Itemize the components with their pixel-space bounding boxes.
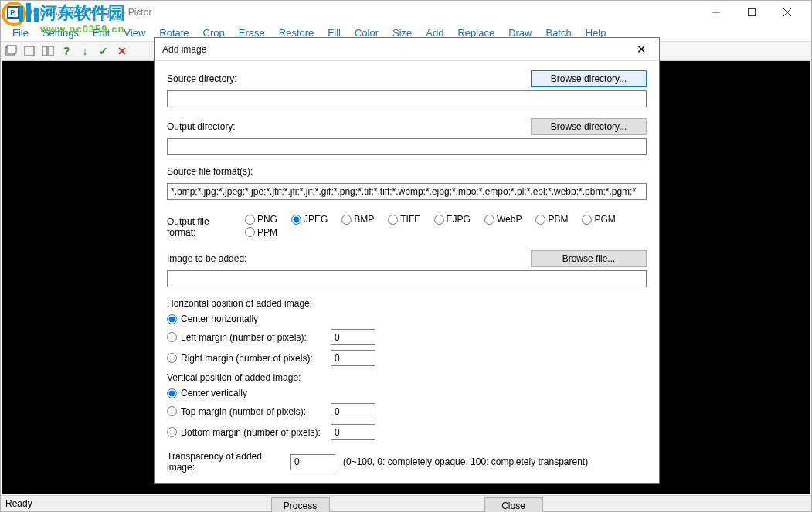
vpos-center-radio[interactable]: Center vertically: [167, 388, 331, 398]
hpos-right-radio[interactable]: Right margin (number of pixels):: [167, 353, 331, 364]
source-dir-label: Source directory:: [167, 73, 237, 84]
right-margin-input[interactable]: [331, 350, 375, 366]
top-margin-input[interactable]: [331, 403, 375, 419]
vpos-top-radio[interactable]: Top margin (number of pixels):: [167, 406, 331, 417]
transparency-label: Transparency of added image:: [167, 451, 290, 473]
left-margin-input[interactable]: [331, 329, 375, 345]
down-arrow-icon[interactable]: ↓: [78, 44, 92, 58]
hpos-left-radio[interactable]: Left margin (number of pixels):: [167, 332, 331, 343]
bottom-margin-input[interactable]: [331, 424, 375, 440]
svg-rect-5: [7, 46, 16, 53]
browse-file-button[interactable]: Browse file...: [531, 250, 647, 267]
outfmt-ejpg-radio[interactable]: EJPG: [434, 214, 471, 225]
outfmt-webp-radio[interactable]: WebP: [484, 214, 522, 225]
titlebar: P. D:\took\桌面\图片\1.jpg - Pictor: [1, 1, 811, 24]
outfmt-bmp-radio[interactable]: BMP: [341, 214, 374, 225]
window-controls: [698, 1, 805, 24]
vpos-label: Vertical position of added image:: [167, 372, 301, 383]
maximize-button[interactable]: [734, 1, 770, 24]
outfmt-label: Output file format:: [167, 216, 236, 238]
menu-settings[interactable]: Settings: [36, 25, 86, 40]
vpos-bottom-radio[interactable]: Bottom margin (number of pixels):: [167, 427, 331, 438]
svg-rect-6: [25, 46, 34, 56]
svg-rect-8: [49, 46, 53, 56]
toolbar-icon-3[interactable]: [41, 44, 55, 58]
svg-rect-1: [749, 9, 756, 16]
outfmt-pbm-radio[interactable]: PBM: [535, 214, 568, 225]
check-icon[interactable]: ✓: [97, 44, 110, 58]
minimize-button[interactable]: [698, 1, 734, 24]
process-button[interactable]: Process: [271, 497, 330, 512]
dialog-close-button[interactable]: ✕: [631, 39, 651, 59]
svg-rect-7: [42, 46, 47, 56]
menu-view[interactable]: View: [117, 25, 152, 40]
menu-edit[interactable]: Edit: [86, 25, 117, 40]
toolbar-icon-2[interactable]: [22, 44, 36, 58]
output-dir-input[interactable]: [167, 138, 647, 155]
browse-output-button[interactable]: Browse directory...: [531, 118, 647, 135]
menu-file[interactable]: File: [5, 25, 36, 40]
formats-label: Source file format(s):: [167, 166, 253, 177]
image-add-label: Image to be added:: [167, 253, 246, 264]
help-icon[interactable]: ?: [59, 44, 73, 58]
browse-source-button[interactable]: Browse directory...: [531, 70, 647, 87]
close-button[interactable]: [770, 1, 805, 24]
cancel-icon[interactable]: ✕: [115, 44, 129, 58]
app-icon: P.: [7, 6, 19, 19]
dialog-titlebar: Add image ✕: [155, 38, 659, 61]
toolbar-icon-1[interactable]: [4, 44, 18, 58]
source-dir-input[interactable]: [167, 90, 647, 107]
outfmt-pgm-radio[interactable]: PGM: [582, 214, 615, 225]
hpos-center-radio[interactable]: Center horizontally: [167, 314, 331, 324]
output-dir-label: Output directory:: [167, 121, 236, 132]
close-dialog-button[interactable]: Close: [484, 497, 543, 512]
transparency-hint: (0~100, 0: completely opaque, 100: compl…: [343, 456, 588, 467]
image-add-input[interactable]: [167, 270, 647, 287]
output-format-row: Output file format: PNGJPEGBMPTIFFEJPGWe…: [167, 214, 647, 239]
window-title: D:\took\桌面\图片\1.jpg - Pictor: [25, 6, 698, 19]
dialog-title: Add image: [162, 44, 631, 55]
add-image-dialog: Add image ✕ Source directory: Browse dir…: [154, 37, 660, 484]
outfmt-tiff-radio[interactable]: TIFF: [388, 214, 420, 225]
outfmt-jpeg-radio[interactable]: JPEG: [291, 214, 328, 225]
formats-input[interactable]: [167, 183, 647, 200]
outfmt-ppm-radio[interactable]: PPM: [245, 227, 277, 238]
transparency-input[interactable]: [290, 454, 335, 470]
hpos-label: Horizontal position of added image:: [167, 298, 312, 309]
status-text: Ready: [5, 498, 32, 509]
outfmt-png-radio[interactable]: PNG: [245, 214, 277, 225]
